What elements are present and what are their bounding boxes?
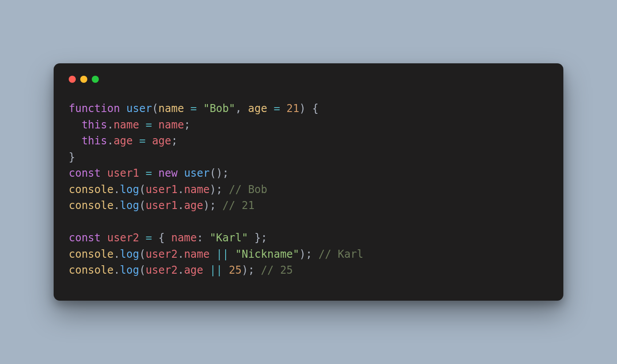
keyword-const: const	[69, 232, 101, 244]
prop-age: age	[113, 135, 133, 147]
prop-name: name	[184, 183, 210, 196]
prop-name: name	[113, 119, 139, 131]
dot: .	[178, 248, 184, 260]
paren-open: (	[139, 248, 145, 260]
paren-close: )	[299, 248, 305, 260]
dot: .	[178, 183, 184, 196]
prop-name: name	[184, 248, 210, 260]
code-block: function user(name = "Bob", age = 21) { …	[69, 101, 548, 278]
log-fn: log	[120, 264, 139, 276]
dot: .	[113, 248, 120, 260]
operator-or: ||	[216, 248, 229, 260]
comment-bob: // Bob	[229, 183, 267, 196]
rhs-age: age	[152, 135, 171, 147]
paren-close: )	[203, 199, 209, 212]
console-obj: console	[69, 199, 113, 212]
comment-21: // 21	[223, 199, 254, 212]
comment-25: // 25	[261, 264, 293, 276]
string-bob: "Bob"	[203, 102, 235, 115]
dot: .	[113, 183, 120, 196]
log-fn: log	[120, 183, 139, 196]
operator-eq: =	[145, 232, 152, 244]
brace-open: {	[312, 102, 318, 115]
rhs-name: name	[158, 119, 184, 131]
colon: :	[197, 232, 203, 244]
semicolon: ;	[248, 264, 254, 276]
semicolon: ;	[171, 135, 177, 147]
keyword-new: new	[158, 167, 177, 179]
arg-user1: user1	[145, 199, 177, 212]
brace-close: }	[69, 151, 75, 163]
semicolon: ;	[306, 248, 312, 260]
prop-age: age	[184, 264, 203, 276]
number-21: 21	[286, 102, 299, 115]
param-age: age	[248, 102, 267, 115]
brace-open: {	[158, 232, 164, 244]
string-karl: "Karl"	[210, 232, 248, 244]
arg-user2: user2	[145, 264, 177, 276]
keyword-this: this	[82, 135, 107, 147]
param-name: name	[158, 102, 184, 115]
log-fn: log	[120, 248, 139, 260]
prop-age: age	[184, 199, 203, 212]
paren-open: (	[139, 264, 145, 276]
key-name: name	[171, 232, 197, 244]
paren-close: )	[242, 264, 248, 276]
dot: .	[178, 199, 184, 212]
paren-close: )	[299, 102, 305, 115]
console-obj: console	[69, 248, 113, 260]
paren-open: (	[152, 102, 158, 115]
paren-open: (	[210, 167, 216, 179]
dot: .	[178, 264, 184, 276]
dot: .	[107, 119, 113, 131]
operator-eq: =	[139, 135, 145, 147]
console-obj: console	[69, 183, 113, 196]
semicolon: ;	[216, 183, 222, 196]
operator-eq: =	[145, 119, 152, 131]
semicolon: ;	[184, 119, 190, 131]
string-nickname: "Nickname"	[235, 248, 300, 260]
operator-eq: =	[191, 102, 197, 115]
minimize-icon[interactable]	[80, 76, 87, 83]
var-user1: user1	[107, 167, 139, 179]
close-icon[interactable]	[69, 76, 76, 83]
window-titlebar	[69, 76, 548, 83]
semicolon: ;	[261, 232, 267, 244]
operator-eq: =	[273, 102, 280, 115]
semicolon: ;	[223, 167, 229, 179]
arg-user2: user2	[145, 248, 177, 260]
log-fn: log	[120, 199, 139, 212]
var-user2: user2	[107, 232, 139, 244]
semicolon: ;	[210, 199, 216, 212]
dot: .	[107, 135, 113, 147]
operator-eq: =	[145, 167, 152, 179]
comma: ,	[235, 102, 242, 115]
operator-or: ||	[210, 264, 223, 276]
brace-close: }	[254, 232, 261, 244]
paren-open: (	[139, 183, 145, 196]
keyword-this: this	[82, 119, 107, 131]
number-25: 25	[229, 264, 242, 276]
keyword-const: const	[69, 167, 101, 179]
paren-close: )	[210, 183, 216, 196]
console-obj: console	[69, 264, 113, 276]
maximize-icon[interactable]	[92, 76, 99, 83]
dot: .	[113, 199, 120, 212]
keyword-function: function	[69, 102, 120, 115]
dot: .	[113, 264, 120, 276]
arg-user1: user1	[145, 183, 177, 196]
paren-open: (	[139, 199, 145, 212]
ctor-user: user	[184, 167, 210, 179]
function-name: user	[126, 102, 152, 115]
paren-close: )	[216, 167, 222, 179]
comment-karl: // Karl	[319, 248, 363, 260]
code-window: function user(name = "Bob", age = 21) { …	[54, 63, 563, 300]
